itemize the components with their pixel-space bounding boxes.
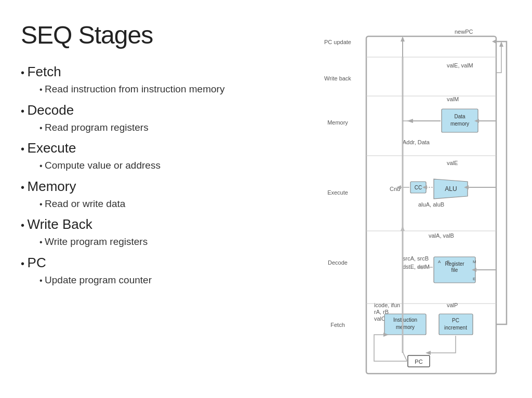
newpc-text: newPC bbox=[455, 29, 473, 35]
alu-label: ALU bbox=[445, 185, 457, 193]
pc-update-label: PC update bbox=[324, 39, 351, 45]
list-item-writeback: Write Back Write program registers bbox=[21, 214, 301, 250]
pc-box-label: PC bbox=[415, 359, 422, 365]
svg-line-35 bbox=[403, 352, 407, 361]
list-item-memory: Memory Read or write data bbox=[21, 176, 301, 212]
alua-alub-text: aluA, aluB bbox=[418, 201, 444, 208]
svg-marker-30 bbox=[499, 42, 503, 47]
svg-marker-32 bbox=[401, 36, 405, 42]
vale-valm-text: valE, valM bbox=[447, 62, 473, 68]
slide: SEQ Stages Fetch Read instruction from i… bbox=[0, 0, 532, 398]
decode-sub-item: Read program registers bbox=[39, 120, 301, 135]
icode-ifun-text: icode, ifun bbox=[374, 302, 400, 308]
fetch-sub-item: Read instruction from instruction memory bbox=[39, 82, 301, 97]
instruction-memory-label: Instruction bbox=[393, 317, 417, 323]
pc-label: PC bbox=[28, 255, 46, 270]
addr-data-text: Addr, Data bbox=[403, 139, 430, 145]
bullet-list: Fetch Read instruction from instruction … bbox=[21, 62, 301, 287]
decode-stage-label: Decode bbox=[328, 259, 348, 266]
writeback-sub-item: Write program registers bbox=[39, 235, 301, 250]
decode-sub: Read program registers bbox=[39, 120, 301, 135]
vale-text: valE bbox=[447, 160, 458, 166]
memory-sub-item: Read or write data bbox=[39, 197, 301, 212]
execute-sub: Compute value or address bbox=[39, 158, 301, 173]
svg-marker-34 bbox=[425, 351, 431, 355]
list-item-pc: PC Update program counter bbox=[21, 253, 301, 288]
pc-increment-label: PC bbox=[452, 318, 459, 323]
fetch-sub: Read instruction from instruction memory bbox=[39, 82, 301, 97]
memory-stage-label: Memory bbox=[327, 119, 348, 126]
writeback-label: Write Back bbox=[28, 216, 92, 232]
data-memory-label: Data bbox=[454, 114, 466, 119]
list-item-decode: Decode Read program registers bbox=[21, 100, 301, 135]
pc-increment-label2: increment bbox=[444, 325, 467, 331]
right-panel: PC update Write back Memory Execute Deco… bbox=[312, 21, 514, 388]
writeback-sub: Write program registers bbox=[39, 235, 301, 250]
left-panel: SEQ Stages Fetch Read instruction from i… bbox=[21, 21, 301, 388]
vala-valb-text: valA, valB bbox=[429, 232, 454, 239]
data-memory-label2: memory bbox=[450, 121, 469, 127]
diagram: PC update Write back Memory Execute Deco… bbox=[322, 21, 514, 389]
instruction-memory-label2: memory bbox=[396, 324, 415, 330]
reg-b-label: B bbox=[447, 259, 449, 264]
reg-m-label: M bbox=[473, 259, 476, 264]
dste-dstm-text: dstE, dstM bbox=[403, 264, 430, 270]
reg-a-label: A bbox=[438, 259, 441, 264]
memory-label: Memory bbox=[28, 179, 76, 194]
list-item-execute: Execute Compute value or address bbox=[21, 138, 301, 173]
valp-text: valP bbox=[447, 302, 458, 308]
diagram-svg: PC update Write back Memory Execute Deco… bbox=[322, 21, 514, 394]
execute-label: Execute bbox=[28, 140, 76, 156]
valc-text: valC bbox=[374, 315, 385, 322]
svg-rect-19 bbox=[439, 314, 473, 335]
page-title: SEQ Stages bbox=[21, 21, 301, 49]
memory-sub: Read or write data bbox=[39, 197, 301, 212]
svg-marker-37 bbox=[401, 226, 405, 231]
pc-sub: Update program counter bbox=[39, 273, 301, 288]
valm-text: valM bbox=[447, 96, 459, 102]
srca-srcb-text: srcA, srcB bbox=[403, 255, 429, 262]
list-item-fetch: Fetch Read instruction from instruction … bbox=[21, 62, 301, 97]
execute-stage-label: Execute bbox=[327, 189, 348, 196]
cc-label: CC bbox=[415, 185, 422, 190]
reg-e-label: E bbox=[473, 277, 475, 281]
decode-label: Decode bbox=[28, 102, 74, 118]
write-back-label: Write back bbox=[324, 75, 351, 81]
fetch-stage-label: Fetch bbox=[330, 322, 345, 328]
pc-sub-item: Update program counter bbox=[39, 273, 301, 288]
svg-marker-21 bbox=[492, 39, 496, 44]
register-file-label2: file bbox=[451, 267, 458, 273]
execute-sub-item: Compute value or address bbox=[39, 158, 301, 173]
fetch-label: Fetch bbox=[28, 64, 61, 79]
